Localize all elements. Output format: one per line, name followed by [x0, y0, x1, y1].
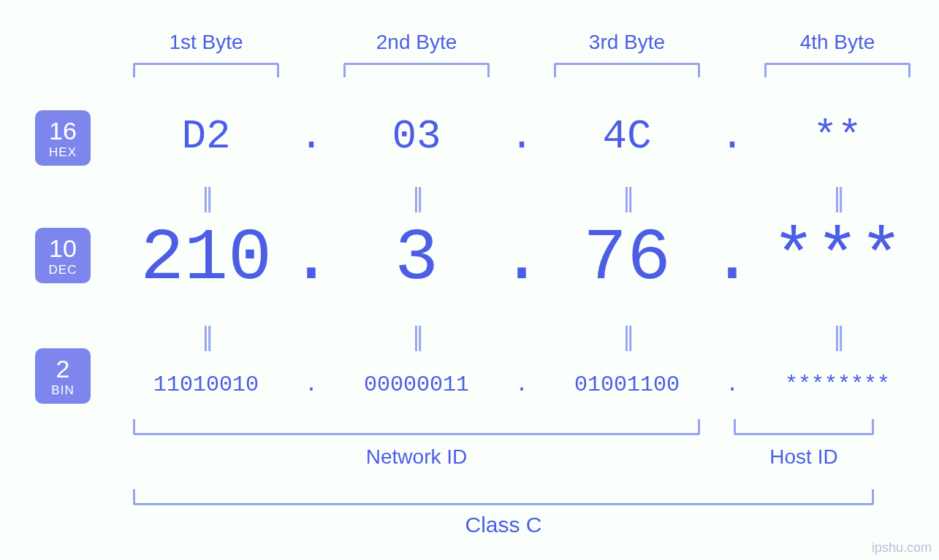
equal-bot-3: ||	[554, 321, 700, 352]
byte-bracket-1	[133, 63, 279, 77]
byte-label-3: 3rd Byte	[554, 31, 700, 54]
radix-dec-name: DEC	[49, 264, 77, 276]
network-id-bracket	[133, 419, 700, 435]
hex-byte-4: **	[764, 113, 911, 160]
dec-byte-2: 3	[343, 218, 490, 300]
byte-label-4: 4th Byte	[764, 31, 911, 54]
hex-byte-1: D2	[133, 113, 279, 160]
sep-dec-3: .	[700, 218, 764, 300]
radix-badge-bin: 2 BIN	[35, 348, 91, 404]
equal-top-1: ||	[133, 183, 279, 213]
bin-byte-1: 11010010	[111, 372, 301, 397]
dec-byte-1: 210	[133, 218, 279, 300]
class-label: Class C	[133, 513, 874, 537]
sep-dec-2: .	[490, 218, 554, 300]
byte-label-2: 2nd Byte	[343, 31, 490, 54]
dec-byte-4: ***	[764, 218, 911, 300]
host-id-label: Host ID	[734, 445, 874, 469]
equal-top-2: ||	[343, 183, 490, 213]
radix-dec-num: 10	[49, 236, 77, 261]
sep-bin-2: .	[490, 372, 554, 397]
byte-bracket-2	[343, 63, 490, 77]
host-id-bracket	[734, 419, 874, 435]
watermark: ipshu.com	[872, 540, 932, 556]
sep-hex-1: .	[279, 113, 343, 160]
dec-byte-3: 76	[554, 218, 700, 300]
network-id-label: Network ID	[133, 445, 700, 469]
radix-badge-hex: 16 HEX	[35, 110, 91, 166]
equal-top-4: ||	[764, 183, 911, 213]
bytes-grid: 1st Byte D2 || 210 || 11010010 2nd Byte …	[133, 0, 874, 438]
equal-bot-4: ||	[764, 321, 911, 352]
equal-bot-2: ||	[343, 321, 490, 352]
sep-bin-1: .	[279, 372, 343, 397]
sep-dec-1: .	[279, 218, 343, 300]
sep-hex-3: .	[700, 113, 764, 160]
sep-hex-2: .	[490, 113, 554, 160]
bin-byte-4: ********	[742, 372, 932, 397]
class-bracket	[133, 489, 874, 505]
hex-byte-3: 4C	[554, 113, 700, 160]
byte-label-1: 1st Byte	[133, 31, 279, 54]
radix-hex-num: 16	[49, 118, 77, 143]
sep-bin-3: .	[700, 372, 764, 397]
hex-byte-2: 03	[343, 113, 490, 160]
byte-bracket-3	[554, 63, 700, 77]
radix-badge-dec: 10 DEC	[35, 228, 91, 283]
radix-bin-num: 2	[56, 356, 70, 381]
equal-bot-1: ||	[133, 321, 279, 352]
radix-bin-name: BIN	[51, 384, 74, 396]
equal-top-3: ||	[554, 183, 700, 213]
bin-byte-3: 01001100	[532, 372, 722, 397]
byte-bracket-4	[764, 63, 911, 77]
bin-byte-2: 00000011	[322, 372, 512, 397]
radix-hex-name: HEX	[49, 146, 77, 158]
